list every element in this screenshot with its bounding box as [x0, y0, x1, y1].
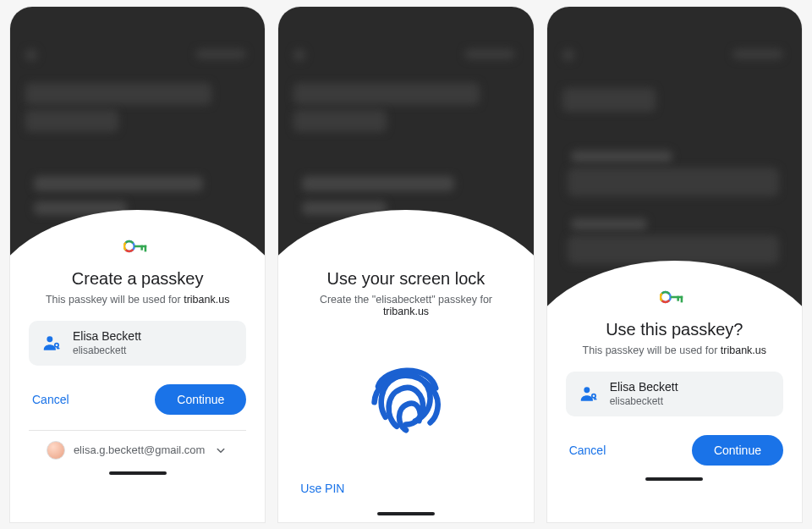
- chevron-down-icon: [213, 443, 228, 458]
- blurred-background: [278, 7, 533, 261]
- account-chip[interactable]: Elisa Beckett elisabeckett: [29, 321, 246, 366]
- sheet-subtitle: Create the "elisabeckett" passkey for tr…: [297, 294, 514, 317]
- sheet-subtitle: This passkey will be used for tribank.us: [29, 294, 246, 306]
- sheet-title: Use your screen lock: [297, 269, 514, 289]
- bottom-sheet: Create a passkey This passkey will be us…: [10, 261, 265, 522]
- bottom-sheet: Use your screen lock Create the "elisabe…: [278, 261, 533, 522]
- phone-screen-lock: Use your screen lock Create the "elisabe…: [278, 7, 533, 522]
- cancel-button[interactable]: Cancel: [566, 438, 610, 462]
- bottom-sheet: Use this passkey? This passkey will be u…: [547, 311, 802, 522]
- cancel-button[interactable]: Cancel: [29, 388, 73, 411]
- person-passkey-icon: [41, 332, 63, 354]
- passkey-logo-icon: [660, 289, 689, 305]
- home-indicator: [645, 477, 703, 481]
- person-passkey-icon: [578, 383, 600, 405]
- signed-in-email: elisa.g.beckett@gmail.com: [74, 444, 206, 456]
- sheet-title: Use this passkey?: [566, 320, 783, 339]
- account-name: Elisa Beckett: [73, 329, 141, 344]
- blurred-background: [547, 7, 802, 311]
- account-username: elisabeckett: [610, 395, 678, 408]
- blurred-background: [10, 7, 265, 261]
- three-phone-row: Create a passkey This passkey will be us…: [0, 0, 812, 529]
- avatar: [47, 441, 65, 460]
- fingerprint-icon[interactable]: [359, 344, 453, 438]
- phone-create-passkey: Create a passkey This passkey will be us…: [10, 7, 265, 522]
- passkey-logo-icon: [123, 239, 152, 254]
- account-name: Elisa Beckett: [610, 380, 678, 395]
- sheet-title: Create a passkey: [29, 269, 246, 289]
- account-chip[interactable]: Elisa Beckett elisabeckett: [566, 372, 783, 416]
- home-indicator: [377, 512, 435, 515]
- home-indicator: [109, 471, 167, 475]
- use-pin-button[interactable]: Use PIN: [297, 477, 348, 500]
- continue-button[interactable]: Continue: [692, 435, 783, 466]
- account-username: elisabeckett: [73, 344, 141, 357]
- phone-use-passkey: Use this passkey? This passkey will be u…: [547, 7, 802, 522]
- continue-button[interactable]: Continue: [155, 384, 246, 415]
- sheet-subtitle: This passkey will be used for tribank.us: [566, 344, 783, 356]
- signed-in-account-row[interactable]: elisa.g.beckett@gmail.com: [29, 430, 246, 460]
